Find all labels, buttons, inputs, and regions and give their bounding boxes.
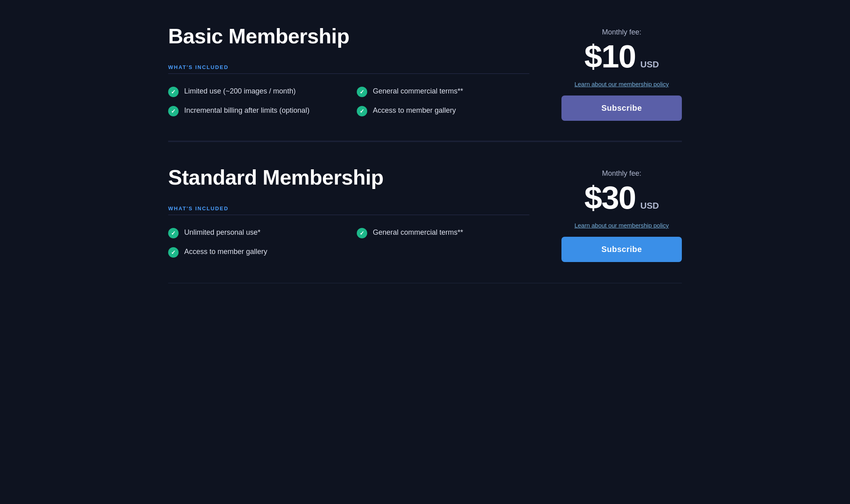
standard-what-included-label: WHAT'S INCLUDED xyxy=(168,205,529,211)
standard-feature-text-1: Unlimited personal use* xyxy=(184,227,260,238)
basic-subscribe-button[interactable]: Subscribe xyxy=(561,96,682,121)
basic-feature-4: Access to member gallery xyxy=(357,105,529,116)
basic-feature-text-2: Incremental billing after limits (option… xyxy=(184,105,309,116)
basic-features-grid: Limited use (~200 images / month) Genera… xyxy=(168,86,529,116)
basic-check-icon-3 xyxy=(357,87,367,97)
basic-policy-link[interactable]: Learn about our membership policy xyxy=(561,81,682,87)
basic-price-display: $10 USD xyxy=(561,41,682,73)
basic-what-included-label: WHAT'S INCLUDED xyxy=(168,64,529,70)
basic-membership-section: Basic Membership WHAT'S INCLUDED Limited… xyxy=(168,0,682,141)
standard-price-amount: $30 xyxy=(584,182,635,214)
basic-membership-left: Basic Membership WHAT'S INCLUDED Limited… xyxy=(168,24,529,116)
standard-membership-left: Standard Membership WHAT'S INCLUDED Unli… xyxy=(168,165,529,258)
standard-feature-text-3: General commercial terms** xyxy=(373,227,463,238)
basic-check-icon-1 xyxy=(168,87,179,97)
standard-divider xyxy=(168,215,529,215)
basic-price-amount: $10 xyxy=(584,41,635,73)
basic-feature-text-3: General commercial terms** xyxy=(373,86,463,97)
basic-feature-2: Incremental billing after limits (option… xyxy=(168,105,341,116)
basic-membership-title: Basic Membership xyxy=(168,24,529,48)
standard-membership-right: Monthly fee: $30 USD Learn about our mem… xyxy=(545,165,682,262)
basic-feature-3: General commercial terms** xyxy=(357,86,529,97)
standard-policy-link[interactable]: Learn about our membership policy xyxy=(561,222,682,229)
basic-monthly-fee-label: Monthly fee: xyxy=(561,28,682,37)
standard-membership-title: Standard Membership xyxy=(168,165,529,189)
standard-monthly-fee-label: Monthly fee: xyxy=(561,169,682,178)
standard-check-icon-2 xyxy=(168,247,179,258)
basic-feature-1: Limited use (~200 images / month) xyxy=(168,86,341,97)
standard-check-icon-3 xyxy=(357,228,367,238)
standard-feature-3: General commercial terms** xyxy=(357,227,529,238)
standard-feature-1: Unlimited personal use* xyxy=(168,227,341,238)
standard-feature-text-2: Access to member gallery xyxy=(184,246,267,257)
standard-features-grid: Unlimited personal use* General commerci… xyxy=(168,227,529,258)
basic-feature-text-1: Limited use (~200 images / month) xyxy=(184,86,296,97)
standard-check-icon-1 xyxy=(168,228,179,238)
basic-feature-text-4: Access to member gallery xyxy=(373,105,456,116)
basic-price-currency: USD xyxy=(641,59,659,70)
basic-check-icon-2 xyxy=(168,106,179,116)
standard-price-display: $30 USD xyxy=(561,182,682,214)
basic-check-icon-4 xyxy=(357,106,367,116)
standard-price-currency: USD xyxy=(641,201,659,211)
standard-membership-section: Standard Membership WHAT'S INCLUDED Unli… xyxy=(168,141,682,282)
basic-membership-right: Monthly fee: $10 USD Learn about our mem… xyxy=(545,24,682,121)
basic-divider xyxy=(168,73,529,74)
standard-feature-2: Access to member gallery xyxy=(168,246,341,258)
standard-subscribe-button[interactable]: Subscribe xyxy=(561,237,682,262)
